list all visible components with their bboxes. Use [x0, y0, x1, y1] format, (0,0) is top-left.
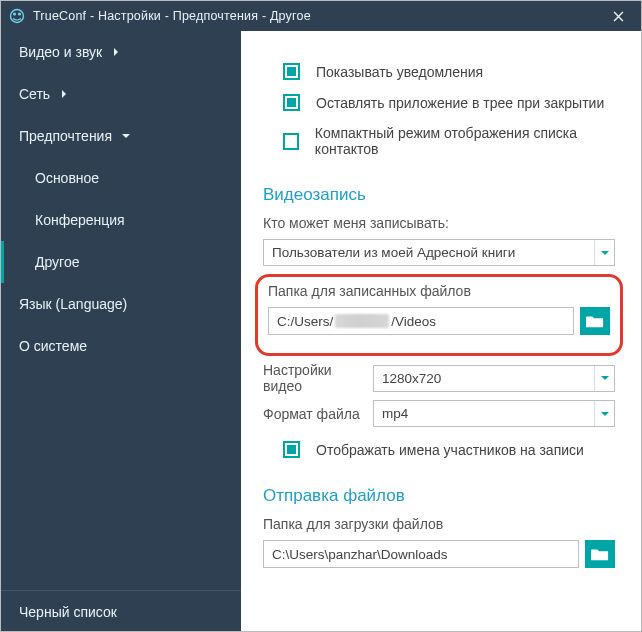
checkbox-label: Оставлять приложение в трее при закрытии [316, 95, 604, 111]
sidebar-item-label: Видео и звук [19, 44, 102, 60]
dropdown-caret-icon [594, 401, 614, 426]
sidebar-item-label: Предпочтения [19, 128, 112, 144]
sidebar-item-language[interactable]: Язык (Language) [1, 283, 241, 325]
window-title: TrueConf - Настройки - Предпочтения - Др… [33, 9, 596, 23]
chevron-down-icon [122, 132, 130, 140]
chevron-right-icon [112, 48, 120, 56]
select-file-format[interactable]: mp4 [373, 400, 615, 427]
checkbox-tray[interactable]: Оставлять приложение в трее при закрытии [283, 94, 615, 111]
select-value: Пользователи из моей Адресной книги [272, 245, 515, 260]
sidebar-item-preferences[interactable]: Предпочтения [1, 115, 241, 157]
sidebar-item-label: Сеть [19, 86, 50, 102]
checkbox-label: Компактный режим отображения списка конт… [315, 125, 615, 157]
svg-point-2 [18, 12, 21, 15]
close-button[interactable] [596, 1, 641, 31]
content-pane: Показывать уведомления Оставлять приложе… [241, 31, 641, 632]
checkbox-label: Отображать имена участников на записи [316, 442, 584, 458]
folder-icon [586, 313, 604, 329]
title-bar: TrueConf - Настройки - Предпочтения - Др… [1, 1, 641, 31]
highlight-annotation: Папка для записанных файлов C:/Users/ /V… [255, 274, 623, 356]
browse-download-folder-button[interactable] [585, 540, 615, 568]
path-prefix: C:/Users/ [277, 314, 333, 329]
sidebar-item-blacklist[interactable]: Черный список [1, 591, 241, 632]
section-send-heading: Отправка файлов [263, 486, 615, 506]
svg-point-1 [13, 12, 16, 15]
checkbox-icon [283, 94, 300, 111]
sidebar: Видео и звук Сеть Предпочтения Основное … [1, 31, 241, 632]
redacted-segment [335, 314, 389, 328]
sidebar-item-label: О системе [19, 338, 87, 354]
dropdown-caret-icon [594, 366, 614, 391]
label-video-settings: Настройки видео [263, 362, 373, 394]
sidebar-item-label: Основное [35, 170, 99, 186]
input-record-folder[interactable]: C:/Users/ /Videos [268, 307, 574, 335]
sidebar-item-network[interactable]: Сеть [1, 73, 241, 115]
dropdown-caret-icon [594, 240, 614, 265]
checkbox-icon [283, 63, 300, 80]
sidebar-item-label: Конференция [35, 212, 125, 228]
checkbox-compact[interactable]: Компактный режим отображения списка конт… [283, 125, 615, 157]
label-who-can-record: Кто может меня записывать: [263, 215, 615, 231]
sidebar-item-video-audio[interactable]: Видео и звук [1, 31, 241, 73]
path-suffix: /Videos [391, 314, 436, 329]
sidebar-item-label: Черный список [19, 604, 117, 620]
folder-icon [591, 546, 609, 562]
path-value: C:\Users\panzhar\Downloads [272, 547, 448, 562]
input-download-folder[interactable]: C:\Users\panzhar\Downloads [263, 540, 579, 568]
sidebar-item-other[interactable]: Другое [1, 241, 241, 283]
label-download-folder: Папка для загрузки файлов [263, 516, 615, 532]
browse-record-folder-button[interactable] [580, 307, 610, 335]
checkbox-notifications[interactable]: Показывать уведомления [283, 63, 615, 80]
checkbox-show-names[interactable]: Отображать имена участников на записи [283, 441, 615, 458]
sidebar-item-conference[interactable]: Конференция [1, 199, 241, 241]
checkbox-label: Показывать уведомления [316, 64, 483, 80]
select-video-settings[interactable]: 1280x720 [373, 365, 615, 392]
checkbox-icon [283, 441, 300, 458]
sidebar-item-label: Язык (Language) [19, 296, 127, 312]
app-icon [9, 8, 25, 24]
label-file-format: Формат файла [263, 406, 373, 422]
chevron-right-icon [60, 90, 68, 98]
select-who-can-record[interactable]: Пользователи из моей Адресной книги [263, 239, 615, 266]
select-value: mp4 [382, 406, 408, 421]
select-value: 1280x720 [382, 371, 441, 386]
label-record-folder: Папка для записанных файлов [268, 283, 610, 299]
sidebar-item-about[interactable]: О системе [1, 325, 241, 367]
checkbox-icon [283, 133, 299, 150]
close-icon [613, 11, 624, 22]
sidebar-item-main[interactable]: Основное [1, 157, 241, 199]
section-video-heading: Видеозапись [263, 185, 615, 205]
sidebar-item-label: Другое [35, 254, 79, 270]
